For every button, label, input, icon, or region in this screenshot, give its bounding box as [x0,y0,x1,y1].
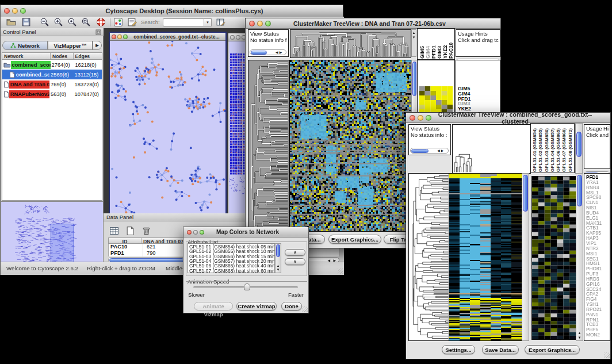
close-button[interactable] [187,230,192,235]
tab-network[interactable]: Network [2,41,48,50]
scroll-up-icon[interactable]: ▲ [276,264,281,267]
close-button[interactable] [410,115,415,121]
tv1-column-dendrogram[interactable] [290,29,411,58]
attribute-list-item[interactable]: GPL51-04 (GSM857) heat shock 20 min [189,259,274,263]
tv2-gene-labels[interactable]: PFD1YRA1RNR4MSL1SPC98CLN1NIS1BUD4ELG1MAK… [584,173,610,341]
zoom-in-icon[interactable] [53,17,63,27]
zoom-selected-icon[interactable] [67,17,77,27]
col-id[interactable]: ID [109,238,141,243]
tv2-zoom-heatmap[interactable] [531,176,576,340]
export-graphics-button[interactable]: Export Graphics... [328,235,381,244]
zoom-button[interactable] [20,8,26,14]
scrollbar-thumb[interactable] [577,175,582,206]
column-label[interactable]: GPL51-06 (GSM865) [556,128,561,172]
column-label[interactable]: GIM4 [425,46,430,59]
minimize-button[interactable] [12,8,18,14]
column-label[interactable]: GPL51-08 (GSM872) [568,128,573,172]
attribute-list-item[interactable]: GPL51-06 (GSM865) heat shock 40 min [189,263,274,268]
vizmapper-icon[interactable] [113,17,123,27]
scrollbar-thumb[interactable] [251,51,267,55]
tv2-row-dendrogram[interactable] [408,173,450,341]
tv2-heatmap[interactable] [449,173,522,341]
dialog-titlebar[interactable]: Map Colors to Network [183,227,308,237]
minimize-button[interactable] [117,35,122,39]
minimize-button[interactable] [418,115,423,121]
tv1-summary-matrix[interactable] [419,86,453,114]
network-table-row[interactable]: combined_scores2764(0)16218(0) [2,60,102,70]
delete-attribute-icon[interactable] [141,226,151,236]
network-table-row[interactable]: combined_sco2569(6)13112(15) [2,70,102,79]
tv1-column-labels[interactable]: GIM5GIM4PFD1GIM3YKE2PAC10 [417,28,455,60]
scrollbar-thumb[interactable] [523,175,528,212]
resize-grip[interactable] [302,306,308,312]
scroll-up-icon[interactable]: ▲ [576,331,583,335]
tv1-splitter[interactable]: ▲ ▼ [411,29,416,57]
zoom-button[interactable] [123,35,128,39]
create-vizmap-button[interactable]: Create Vizmap [236,302,277,311]
column-label[interactable]: GIM5 [419,46,424,59]
new-attribute-icon[interactable] [125,226,135,236]
minimize-button[interactable] [236,35,240,40]
scrollbar-thumb[interactable] [411,149,429,153]
column-label[interactable]: GPL51-04 (GSM857) [550,128,556,172]
annotation-icon[interactable] [127,17,137,27]
export-graphics-button[interactable]: Export Graphics... [525,345,580,354]
tv1-titlebar[interactable]: ClusterMaker TreeView : DNA and Tran 07-… [246,18,500,29]
column-label[interactable]: GPL51-01 (GSM854) [532,128,538,172]
view-status-hscrollbar[interactable]: ◀ ▶ [250,49,286,55]
resize-grip[interactable] [604,352,610,358]
scroll-left-icon[interactable]: ◀ [275,51,279,54]
attribute-list[interactable]: GPL51-01 (GSM854) heat shock 05 minGPL51… [188,243,275,273]
done-button[interactable]: Done [281,302,302,311]
scrollbar-thumb[interactable] [276,244,280,257]
network-table-row[interactable]: RNAPuberNov2+563(0)107847(0) [2,89,102,99]
network-table-row[interactable]: DNA and Tran 07769(0)183728(0) [2,79,102,89]
spinner-up-icon[interactable]: ▲ [412,31,416,35]
float-panel-icon[interactable] [95,29,101,35]
attribute-list-item[interactable]: GPL51-07 (GSM868) heat shock 60 min [189,269,274,273]
save-session-icon[interactable] [21,17,31,27]
settings-button[interactable]: Settings... [442,345,475,354]
close-button[interactable] [249,21,255,26]
save-data-button[interactable]: Save Data... [482,345,519,354]
attribute-list-item[interactable]: GPL51-01 (GSM854) heat shock 05 min [189,244,274,249]
attribute-browser-icon[interactable] [216,17,225,27]
animation-speed-slider[interactable] [193,286,298,288]
scrollbar-thumb[interactable] [576,132,582,157]
column-label[interactable]: YKE2 [442,45,447,59]
tv2-titlebar[interactable]: ClusterMaker TreeView : combined_scores_… [406,113,610,123]
spinner-down-icon[interactable]: ▼ [412,36,416,39]
column-label[interactable]: PAC10 [448,43,453,59]
scroll-right-icon[interactable]: ▶ [279,51,283,54]
tv1-row-dendrogram[interactable] [248,60,289,232]
zoom-out-icon[interactable] [40,17,49,27]
zoom-button[interactable] [426,115,431,121]
attribute-table-icon[interactable] [109,226,119,236]
zoom-button[interactable] [265,21,271,26]
tab-vizmapper[interactable]: VizMapper™ [48,41,93,50]
column-label[interactable]: PFD1 [431,45,436,59]
scroll-left-icon[interactable]: ◀ [437,149,441,152]
tv2-genes-vscrollbar[interactable]: ▲ ▼ [576,173,583,341]
move-down-button[interactable]: ∨ [285,258,305,265]
scroll-right-icon[interactable]: ▶ [441,149,445,152]
minimize-button[interactable] [257,21,263,26]
tab-more[interactable]: ▶ [93,41,102,50]
search-dropdown-button[interactable]: ▼ [204,18,212,26]
main-titlebar[interactable]: Cytoscape Desktop (Session Name: collins… [1,5,343,17]
minimize-button[interactable] [193,230,198,235]
tv2-labels-vscrollbar[interactable] [575,123,583,174]
open-file-icon[interactable] [6,17,16,27]
scrollbar-thumb[interactable] [412,62,416,96]
column-label[interactable]: GPL51-03 (GSM856) [544,128,550,172]
search-input[interactable] [163,18,204,26]
view-status-hscrollbar[interactable]: ◀ ▶ [410,148,449,154]
tv1-heatmap[interactable] [289,60,412,232]
close-button[interactable] [112,35,116,39]
zoom-fit-icon[interactable] [81,17,91,27]
network-view[interactable] [110,40,225,216]
scroll-down-icon[interactable]: ▼ [276,268,281,271]
zoom-button[interactable] [200,230,204,235]
tv2-heatmap-vscrollbar[interactable] [522,173,529,341]
attribute-list-item[interactable]: GPL51-03 (GSM856) heat shock 15 min [189,254,274,259]
